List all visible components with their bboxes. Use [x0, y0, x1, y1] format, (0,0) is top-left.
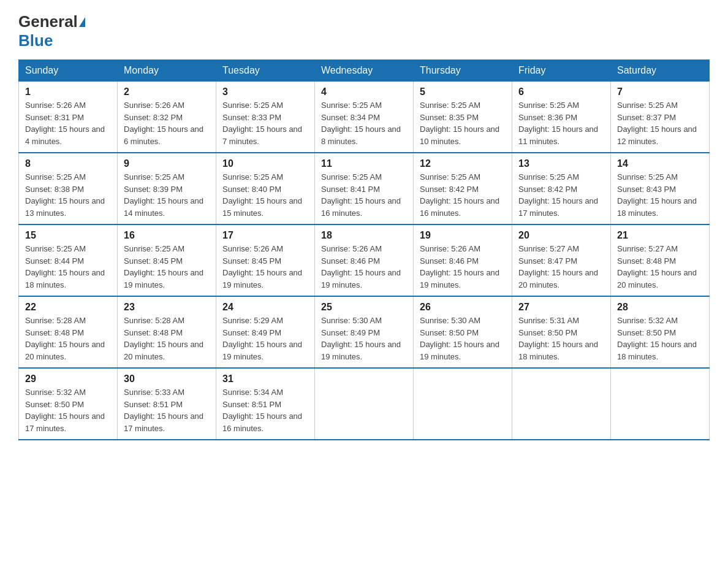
- weekday-header-tuesday: Tuesday: [216, 60, 315, 82]
- day-info: Sunrise: 5:26 AMSunset: 8:32 PMDaylight:…: [124, 101, 203, 146]
- calendar-cell: 25 Sunrise: 5:30 AMSunset: 8:49 PMDaylig…: [315, 296, 414, 368]
- day-info: Sunrise: 5:32 AMSunset: 8:50 PMDaylight:…: [25, 388, 105, 433]
- day-number: 24: [222, 302, 308, 313]
- day-number: 6: [518, 86, 604, 98]
- day-number: 31: [222, 373, 308, 385]
- day-number: 20: [518, 230, 604, 241]
- day-info: Sunrise: 5:33 AMSunset: 8:51 PMDaylight:…: [124, 388, 203, 433]
- day-info: Sunrise: 5:27 AMSunset: 8:48 PMDaylight:…: [617, 244, 697, 289]
- day-number: 2: [124, 86, 210, 98]
- calendar-body: 1 Sunrise: 5:26 AMSunset: 8:31 PMDayligh…: [19, 82, 710, 440]
- calendar-cell: 20 Sunrise: 5:27 AMSunset: 8:47 PMDaylig…: [512, 224, 611, 296]
- week-row-4: 22 Sunrise: 5:28 AMSunset: 8:48 PMDaylig…: [19, 296, 710, 368]
- day-number: 16: [124, 230, 210, 241]
- calendar-cell: 19 Sunrise: 5:26 AMSunset: 8:46 PMDaylig…: [414, 224, 512, 296]
- day-number: 26: [420, 302, 506, 313]
- day-number: 10: [222, 158, 308, 169]
- day-info: Sunrise: 5:25 AMSunset: 8:43 PMDaylight:…: [617, 172, 697, 218]
- day-info: Sunrise: 5:25 AMSunset: 8:39 PMDaylight:…: [124, 172, 203, 218]
- calendar-cell: 5 Sunrise: 5:25 AMSunset: 8:35 PMDayligh…: [414, 82, 512, 153]
- calendar-cell: 23 Sunrise: 5:28 AMSunset: 8:48 PMDaylig…: [118, 296, 216, 368]
- calendar-cell: [414, 368, 512, 440]
- day-number: 15: [25, 230, 111, 241]
- day-number: 23: [124, 302, 210, 313]
- calendar-cell: 14 Sunrise: 5:25 AMSunset: 8:43 PMDaylig…: [611, 153, 710, 224]
- day-info: Sunrise: 5:29 AMSunset: 8:49 PMDaylight:…: [222, 316, 302, 361]
- week-row-2: 8 Sunrise: 5:25 AMSunset: 8:38 PMDayligh…: [19, 153, 710, 224]
- day-info: Sunrise: 5:25 AMSunset: 8:42 PMDaylight:…: [420, 172, 499, 218]
- day-info: Sunrise: 5:31 AMSunset: 8:50 PMDaylight:…: [518, 316, 598, 361]
- calendar-cell: [512, 368, 611, 440]
- day-info: Sunrise: 5:28 AMSunset: 8:48 PMDaylight:…: [124, 316, 203, 361]
- day-number: 18: [321, 230, 407, 241]
- weekday-header-wednesday: Wednesday: [315, 60, 414, 82]
- calendar-cell: 1 Sunrise: 5:26 AMSunset: 8:31 PMDayligh…: [19, 82, 118, 153]
- calendar-cell: 15 Sunrise: 5:25 AMSunset: 8:44 PMDaylig…: [19, 224, 118, 296]
- day-info: Sunrise: 5:26 AMSunset: 8:46 PMDaylight:…: [420, 244, 499, 289]
- week-row-3: 15 Sunrise: 5:25 AMSunset: 8:44 PMDaylig…: [19, 224, 710, 296]
- logo-blue-text: Blue: [18, 31, 53, 50]
- day-number: 29: [25, 373, 111, 385]
- calendar-cell: 16 Sunrise: 5:25 AMSunset: 8:45 PMDaylig…: [118, 224, 216, 296]
- calendar-cell: 28 Sunrise: 5:32 AMSunset: 8:50 PMDaylig…: [611, 296, 710, 368]
- day-number: 21: [617, 230, 703, 241]
- calendar-cell: 27 Sunrise: 5:31 AMSunset: 8:50 PMDaylig…: [512, 296, 611, 368]
- day-info: Sunrise: 5:32 AMSunset: 8:50 PMDaylight:…: [617, 316, 697, 361]
- calendar-cell: 13 Sunrise: 5:25 AMSunset: 8:42 PMDaylig…: [512, 153, 611, 224]
- day-number: 12: [420, 158, 506, 169]
- day-number: 9: [124, 158, 210, 169]
- week-row-5: 29 Sunrise: 5:32 AMSunset: 8:50 PMDaylig…: [19, 368, 710, 440]
- calendar-cell: 31 Sunrise: 5:34 AMSunset: 8:51 PMDaylig…: [216, 368, 315, 440]
- day-info: Sunrise: 5:25 AMSunset: 8:40 PMDaylight:…: [222, 172, 302, 218]
- day-info: Sunrise: 5:25 AMSunset: 8:38 PMDaylight:…: [25, 172, 105, 218]
- calendar-cell: 29 Sunrise: 5:32 AMSunset: 8:50 PMDaylig…: [19, 368, 118, 440]
- day-info: Sunrise: 5:25 AMSunset: 8:33 PMDaylight:…: [222, 101, 302, 146]
- calendar-cell: 11 Sunrise: 5:25 AMSunset: 8:41 PMDaylig…: [315, 153, 414, 224]
- day-number: 13: [518, 158, 604, 169]
- day-info: Sunrise: 5:28 AMSunset: 8:48 PMDaylight:…: [25, 316, 105, 361]
- calendar-cell: 4 Sunrise: 5:25 AMSunset: 8:34 PMDayligh…: [315, 82, 414, 153]
- day-info: Sunrise: 5:26 AMSunset: 8:45 PMDaylight:…: [222, 244, 302, 289]
- day-number: 19: [420, 230, 506, 241]
- logo-triangle-icon: [79, 17, 85, 27]
- day-number: 30: [124, 373, 210, 385]
- day-number: 11: [321, 158, 407, 169]
- calendar-cell: 12 Sunrise: 5:25 AMSunset: 8:42 PMDaylig…: [414, 153, 512, 224]
- day-number: 17: [222, 230, 308, 241]
- calendar-cell: 7 Sunrise: 5:25 AMSunset: 8:37 PMDayligh…: [611, 82, 710, 153]
- day-info: Sunrise: 5:25 AMSunset: 8:41 PMDaylight:…: [321, 172, 401, 218]
- calendar-cell: 30 Sunrise: 5:33 AMSunset: 8:51 PMDaylig…: [118, 368, 216, 440]
- logo: General Blue: [18, 12, 85, 50]
- day-info: Sunrise: 5:25 AMSunset: 8:36 PMDaylight:…: [518, 101, 598, 146]
- calendar-cell: 24 Sunrise: 5:29 AMSunset: 8:49 PMDaylig…: [216, 296, 315, 368]
- calendar-cell: [611, 368, 710, 440]
- day-info: Sunrise: 5:34 AMSunset: 8:51 PMDaylight:…: [222, 388, 302, 433]
- logo-general-text: General: [18, 12, 78, 31]
- day-number: 5: [420, 86, 506, 98]
- weekday-header-thursday: Thursday: [414, 60, 512, 82]
- calendar-cell: 2 Sunrise: 5:26 AMSunset: 8:32 PMDayligh…: [118, 82, 216, 153]
- day-info: Sunrise: 5:26 AMSunset: 8:31 PMDaylight:…: [25, 101, 105, 146]
- day-number: 3: [222, 86, 308, 98]
- day-info: Sunrise: 5:25 AMSunset: 8:34 PMDaylight:…: [321, 101, 401, 146]
- day-info: Sunrise: 5:25 AMSunset: 8:44 PMDaylight:…: [25, 244, 105, 289]
- day-number: 25: [321, 302, 407, 313]
- calendar-cell: 22 Sunrise: 5:28 AMSunset: 8:48 PMDaylig…: [19, 296, 118, 368]
- day-info: Sunrise: 5:25 AMSunset: 8:35 PMDaylight:…: [420, 101, 499, 146]
- calendar-cell: 8 Sunrise: 5:25 AMSunset: 8:38 PMDayligh…: [19, 153, 118, 224]
- calendar-cell: 6 Sunrise: 5:25 AMSunset: 8:36 PMDayligh…: [512, 82, 611, 153]
- day-number: 1: [25, 86, 111, 98]
- weekday-header-sunday: Sunday: [19, 60, 118, 82]
- day-info: Sunrise: 5:26 AMSunset: 8:46 PMDaylight:…: [321, 244, 401, 289]
- day-info: Sunrise: 5:30 AMSunset: 8:50 PMDaylight:…: [420, 316, 499, 361]
- calendar-cell: 21 Sunrise: 5:27 AMSunset: 8:48 PMDaylig…: [611, 224, 710, 296]
- calendar-cell: 17 Sunrise: 5:26 AMSunset: 8:45 PMDaylig…: [216, 224, 315, 296]
- calendar-cell: 10 Sunrise: 5:25 AMSunset: 8:40 PMDaylig…: [216, 153, 315, 224]
- week-row-1: 1 Sunrise: 5:26 AMSunset: 8:31 PMDayligh…: [19, 82, 710, 153]
- calendar-cell: [315, 368, 414, 440]
- day-info: Sunrise: 5:30 AMSunset: 8:49 PMDaylight:…: [321, 316, 401, 361]
- day-number: 22: [25, 302, 111, 313]
- weekday-header-monday: Monday: [118, 60, 216, 82]
- calendar-table: SundayMondayTuesdayWednesdayThursdayFrid…: [18, 59, 710, 440]
- day-info: Sunrise: 5:27 AMSunset: 8:47 PMDaylight:…: [518, 244, 598, 289]
